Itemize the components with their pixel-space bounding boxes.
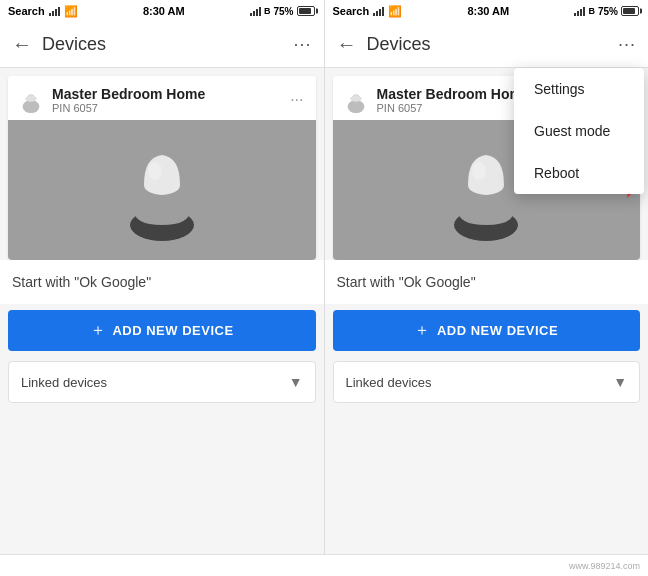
left-device-name: Master Bedroom Home xyxy=(52,86,290,102)
battery-icon-left xyxy=(297,6,316,16)
context-dropdown: Settings Guest mode Reboot xyxy=(514,68,644,194)
right-start-text: Start with "Ok Google" xyxy=(325,260,649,304)
left-card-header: Master Bedroom Home PIN 6057 ··· xyxy=(8,76,316,120)
watermark-bar: www.989214.com xyxy=(0,554,648,576)
signal-icon-right xyxy=(373,6,384,16)
bt-icon-left: B xyxy=(264,6,271,16)
left-page-title: Devices xyxy=(42,34,293,55)
linked-devices-right[interactable]: Linked devices ▼ xyxy=(333,361,641,403)
svg-point-7 xyxy=(472,162,486,180)
wifi-icon-right: 📶 xyxy=(388,5,402,18)
left-status-bar: Search 📶 8:30 AM B 75% xyxy=(0,0,324,22)
chevron-down-icon-left: ▼ xyxy=(289,374,303,390)
time-left: 8:30 AM xyxy=(143,5,185,17)
left-device-pin: PIN 6057 xyxy=(52,102,290,114)
left-panel: Search 📶 8:30 AM B 75% ← Devices xyxy=(0,0,325,554)
search-text-left: Search xyxy=(8,5,45,17)
signal-icon-left xyxy=(49,6,60,16)
more-button-right[interactable]: ··· xyxy=(618,34,636,55)
linked-label-left: Linked devices xyxy=(21,375,107,390)
google-home-svg-left xyxy=(122,135,202,245)
bt-icon-right: B xyxy=(588,6,595,16)
right-status-right: B 75% xyxy=(574,6,640,17)
time-right: 8:30 AM xyxy=(467,5,509,17)
add-icon-left: ＋ xyxy=(90,320,107,341)
signal-icon-right-r xyxy=(574,6,585,16)
right-status-bar: Search 📶 8:30 AM B 75% xyxy=(325,0,649,22)
dropdown-reboot[interactable]: Reboot xyxy=(514,152,644,194)
add-device-label-right: ADD NEW DEVICE xyxy=(437,323,558,338)
left-status-left: Search 📶 xyxy=(8,5,78,18)
device-type-icon-left xyxy=(20,86,42,114)
search-text-right: Search xyxy=(333,5,370,17)
dropdown-settings[interactable]: Settings xyxy=(514,68,644,110)
wifi-icon-left: 📶 xyxy=(64,5,78,18)
add-device-button-left[interactable]: ＋ ADD NEW DEVICE xyxy=(8,310,316,351)
svg-point-3 xyxy=(148,162,162,180)
left-device-card: Master Bedroom Home PIN 6057 ··· xyxy=(8,76,316,260)
watermark-text: www.989214.com xyxy=(569,561,640,571)
linked-devices-left[interactable]: Linked devices ▼ xyxy=(8,361,316,403)
right-panel: Search 📶 8:30 AM B 75% ← Devices xyxy=(325,0,649,554)
add-device-label-left: ADD NEW DEVICE xyxy=(112,323,233,338)
app-panels: Search 📶 8:30 AM B 75% ← Devices xyxy=(0,0,648,554)
back-button-right[interactable]: ← xyxy=(337,33,357,56)
right-page-title: Devices xyxy=(367,34,618,55)
linked-label-right: Linked devices xyxy=(346,375,432,390)
right-header: ← Devices ··· xyxy=(325,22,649,68)
add-icon-right: ＋ xyxy=(414,320,431,341)
left-start-text: Start with "Ok Google" xyxy=(0,260,324,304)
back-button-left[interactable]: ← xyxy=(12,33,32,56)
dropdown-guest-mode[interactable]: Guest mode xyxy=(514,110,644,152)
battery-icon-right xyxy=(621,6,640,16)
add-device-button-right[interactable]: ＋ ADD NEW DEVICE xyxy=(333,310,641,351)
right-status-left: Search 📶 xyxy=(333,5,403,18)
svg-point-1 xyxy=(25,96,36,102)
card-more-left[interactable]: ··· xyxy=(290,91,303,109)
left-status-right: B 75% xyxy=(250,6,316,17)
device-type-icon-right xyxy=(345,86,367,114)
battery-percent-left: 75% xyxy=(273,6,293,17)
chevron-down-icon-right: ▼ xyxy=(613,374,627,390)
battery-percent-right: 75% xyxy=(598,6,618,17)
signal-icon-right-l xyxy=(250,6,261,16)
left-device-image xyxy=(8,120,316,260)
more-button-left[interactable]: ··· xyxy=(293,34,311,55)
svg-point-0 xyxy=(23,100,40,113)
left-device-info: Master Bedroom Home PIN 6057 xyxy=(52,86,290,114)
svg-point-5 xyxy=(350,96,361,102)
svg-point-4 xyxy=(347,100,364,113)
left-header: ← Devices ··· xyxy=(0,22,324,68)
